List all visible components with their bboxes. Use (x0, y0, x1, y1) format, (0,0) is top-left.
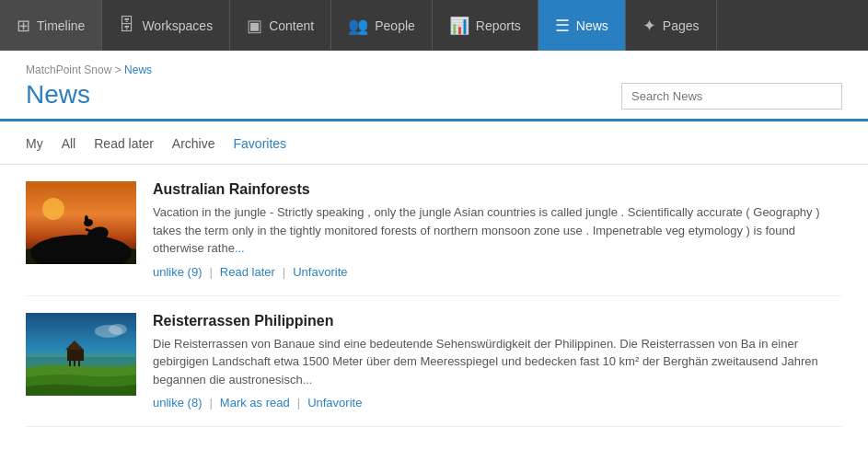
svg-point-15 (109, 324, 127, 335)
breadcrumb-current[interactable]: News (124, 63, 152, 76)
mark-as-read-button-2[interactable]: Mark as read (220, 396, 290, 410)
nav-bar: ⊞ Timeline 🗄 Workspaces ▣ Content 👥 Peop… (0, 0, 868, 51)
tab-read-later[interactable]: Read later (94, 134, 154, 153)
news-excerpt-1: Vacation in the jungle - Strictly speaki… (153, 203, 842, 258)
breadcrumb-root: MatchPoint Snow (26, 63, 111, 76)
tabs-row: My All Read later Archive Favorites (0, 121, 868, 165)
sep-2a: | (209, 396, 212, 410)
news-thumb-2 (26, 313, 136, 396)
timeline-icon: ⊞ (17, 16, 30, 36)
tab-favorites[interactable]: Favorites (234, 134, 287, 153)
unfavorite-button-1[interactable]: Unfavorite (293, 265, 347, 279)
nav-item-reports[interactable]: 📊 Reports (433, 0, 538, 51)
nav-label-timeline: Timeline (37, 18, 85, 33)
rainforest-thumbnail-svg (26, 181, 136, 264)
news-content-1: Australian Rainforests Vacation in the j… (153, 181, 842, 279)
news-icon: ☰ (555, 16, 570, 36)
news-title-2: Reisterrassen Philippinen (153, 313, 842, 329)
nav-label-people: People (375, 18, 415, 33)
news-item-1: Australian Rainforests Vacation in the j… (26, 165, 842, 296)
reports-icon: 📊 (449, 16, 469, 36)
philippinen-thumbnail-svg (26, 313, 136, 396)
nav-label-workspaces: Workspaces (142, 18, 213, 33)
news-title-1: Australian Rainforests (153, 181, 842, 198)
svg-point-6 (42, 198, 64, 220)
read-more-2[interactable]: ... (303, 373, 313, 386)
people-icon: 👥 (348, 16, 368, 36)
sep-1a: | (209, 265, 212, 279)
breadcrumb-separator: > (115, 63, 124, 76)
nav-label-news: News (576, 18, 608, 33)
news-thumb-1 (26, 181, 136, 264)
tab-all[interactable]: All (62, 134, 76, 153)
read-more-1[interactable]: ... (235, 241, 245, 255)
pages-icon: ✦ (642, 16, 656, 36)
tab-my[interactable]: My (26, 134, 43, 153)
nav-label-content: Content (269, 18, 314, 33)
news-actions-1: unlike (9) | Read later | Unfavorite (153, 265, 842, 279)
news-content-2: Reisterrassen Philippinen Die Reisterras… (153, 313, 842, 410)
sep-1b: | (283, 265, 285, 279)
page-title: News (26, 80, 90, 110)
page-header: MatchPoint Snow > News News (0, 51, 868, 119)
news-item-2: Reisterrassen Philippinen Die Reisterras… (26, 296, 842, 428)
content-icon: ▣ (247, 16, 262, 36)
nav-item-workspaces[interactable]: 🗄 Workspaces (102, 0, 230, 51)
nav-item-timeline[interactable]: ⊞ Timeline (0, 0, 102, 51)
unlike-button-1[interactable]: unlike (9) (153, 265, 202, 279)
search-input[interactable] (621, 83, 842, 110)
header-row: News (26, 80, 842, 119)
news-excerpt-2: Die Reisterrassen von Banaue sind eine b… (153, 335, 842, 389)
nav-label-pages: Pages (663, 18, 700, 33)
sep-2b: | (297, 396, 300, 410)
unlike-button-2[interactable]: unlike (8) (153, 396, 202, 410)
breadcrumb: MatchPoint Snow > News (26, 63, 842, 76)
nav-item-people[interactable]: 👥 People (331, 0, 433, 51)
news-actions-2: unlike (8) | Mark as read | Unfavorite (153, 396, 842, 410)
read-later-button-1[interactable]: Read later (220, 265, 275, 279)
nav-item-news[interactable]: ☰ News (538, 0, 626, 51)
tab-archive[interactable]: Archive (172, 134, 215, 153)
nav-item-content[interactable]: ▣ Content (230, 0, 331, 51)
nav-item-pages[interactable]: ✦ Pages (626, 0, 717, 51)
unfavorite-button-2[interactable]: Unfavorite (307, 396, 362, 410)
news-list: Australian Rainforests Vacation in the j… (0, 165, 868, 427)
svg-rect-9 (67, 350, 84, 361)
workspaces-icon: 🗄 (119, 16, 135, 35)
nav-label-reports: Reports (476, 18, 521, 33)
